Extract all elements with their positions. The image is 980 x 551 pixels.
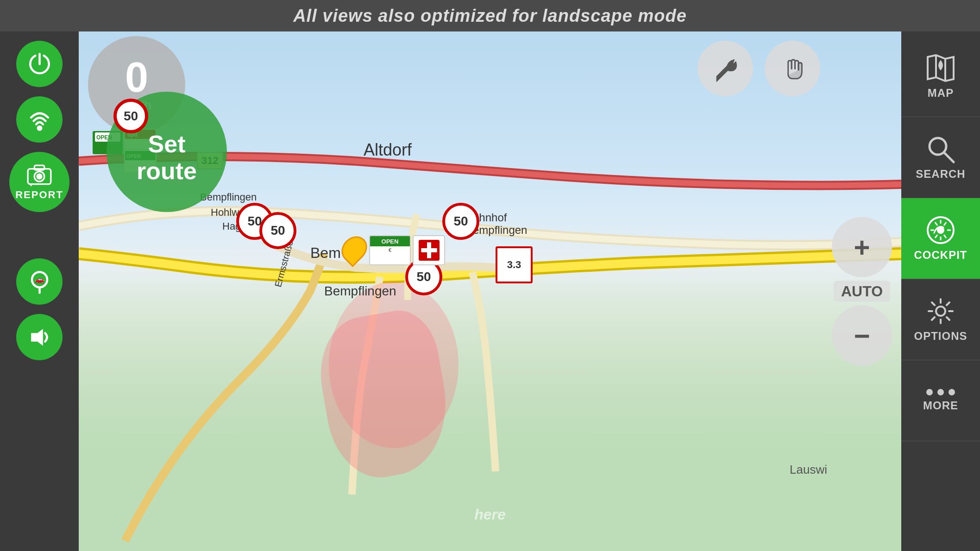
label-blumenstrasse: Bempflingen (324, 284, 396, 299)
svg-point-27 (938, 227, 943, 233)
nav-map-label: MAP (928, 87, 954, 100)
speed-sign-2: 50 (259, 212, 296, 249)
svg-line-32 (935, 222, 937, 225)
svg-text:🚗: 🚗 (34, 274, 44, 284)
nav-search-label: SEARCH (916, 168, 965, 181)
svg-line-35 (935, 235, 937, 238)
left-sidebar: REPORT 🚗 (0, 31, 79, 551)
svg-line-34 (944, 235, 946, 238)
nav-more-label: MORE (923, 399, 958, 412)
svg-point-5 (37, 174, 42, 179)
report-button[interactable]: REPORT (9, 152, 69, 212)
svg-line-33 (944, 222, 946, 225)
nav-map-button[interactable]: MAP (901, 36, 980, 117)
speed-number: 0 (125, 56, 148, 98)
main-area: REPORT 🚗 (0, 31, 980, 551)
hand-button[interactable] (765, 41, 820, 96)
height-restriction-sign: 3.3 (496, 246, 533, 283)
report-label: REPORT (15, 189, 63, 201)
speed-sign-3: 50 (442, 203, 479, 240)
svg-rect-4 (34, 165, 44, 170)
locate-button[interactable]: 🚗 (16, 258, 63, 305)
top-banner: All views also optimized for landscape m… (0, 0, 980, 31)
label-bem: Bem (310, 244, 341, 262)
nav-more-button[interactable]: MORE (901, 360, 980, 441)
wrench-button[interactable] (697, 41, 753, 96)
svg-point-36 (936, 307, 945, 316)
set-route-button[interactable]: 50 Setroute (107, 92, 227, 212)
sound-button[interactable] (16, 314, 63, 360)
lauswi-text: Lauswi (790, 463, 827, 477)
auto-zoom-label: AUTO (834, 281, 890, 302)
zoom-in-button[interactable]: + (832, 217, 892, 277)
label-altdorf: Altdorf (364, 140, 412, 160)
banner-text: All views also optimized for landscape m… (293, 6, 687, 26)
svg-point-1 (38, 126, 41, 130)
poi-cluster: OPEN € (343, 235, 445, 265)
power-button[interactable] (16, 41, 63, 87)
zoom-out-button[interactable]: − (832, 306, 892, 366)
svg-rect-22 (421, 248, 437, 252)
svg-marker-9 (31, 329, 43, 346)
zoom-controls: + AUTO − (832, 217, 892, 366)
svg-line-25 (944, 153, 954, 162)
nav-cockpit-button[interactable]: COCKPIT (901, 198, 980, 279)
here-watermark: here (474, 506, 506, 523)
right-sidebar: MAP SEARCH (901, 31, 980, 551)
map-area: 0 km/h 50 Setroute OPEN dpd OPEN 312 (79, 31, 901, 551)
nav-options-label: OPTIONS (914, 330, 967, 343)
nav-cockpit-label: COCKPIT (914, 249, 967, 262)
wifi-button[interactable] (16, 96, 63, 143)
set-route-text: Setroute (137, 131, 197, 184)
speed-limit-50-small: 50 (113, 99, 148, 133)
nav-options-button[interactable]: OPTIONS (901, 279, 980, 360)
nav-search-button[interactable]: SEARCH (901, 117, 980, 198)
